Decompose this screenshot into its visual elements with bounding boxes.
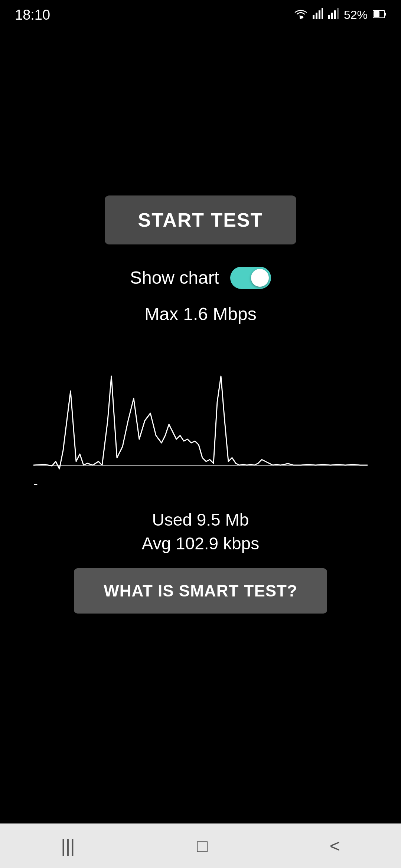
main-content: START TEST Show chart Max 1.6 Mbps - Use… — [0, 30, 401, 823]
svg-rect-2 — [316, 13, 317, 19]
wifi-icon — [294, 8, 307, 22]
svg-rect-8 — [337, 8, 339, 19]
show-chart-row: Show chart — [130, 267, 271, 289]
battery-percent: 52% — [344, 8, 368, 22]
svg-rect-11 — [374, 11, 379, 17]
menu-nav-icon[interactable]: ||| — [53, 828, 82, 864]
nav-bar: ||| □ < — [0, 823, 401, 868]
svg-rect-10 — [385, 13, 386, 16]
show-chart-label: Show chart — [130, 267, 219, 288]
speed-chart — [33, 346, 368, 502]
svg-rect-4 — [322, 8, 323, 19]
chart-area: - — [33, 346, 368, 502]
used-data: Used 9.5 Mb — [152, 510, 249, 530]
back-nav-icon[interactable]: < — [322, 828, 348, 864]
max-speed-label: Max 1.6 Mbps — [144, 304, 256, 324]
toggle-thumb — [251, 269, 269, 287]
signal-icon-2 — [328, 8, 339, 22]
svg-rect-6 — [331, 13, 333, 19]
start-test-button[interactable]: START TEST — [105, 195, 297, 244]
svg-rect-3 — [319, 10, 320, 19]
status-bar: 18:10 — [0, 0, 401, 30]
svg-rect-5 — [328, 15, 330, 19]
toggle-track — [230, 267, 271, 289]
show-chart-toggle[interactable] — [230, 267, 271, 289]
svg-point-0 — [300, 17, 302, 19]
status-time: 18:10 — [15, 7, 50, 23]
svg-rect-7 — [334, 10, 336, 19]
battery-icon — [373, 9, 386, 21]
stats-area: Used 9.5 Mb Avg 102.9 kbps — [142, 510, 259, 553]
chart-dash-label: - — [33, 476, 38, 491]
svg-rect-1 — [313, 15, 314, 19]
signal-icon-1 — [313, 8, 323, 22]
avg-speed: Avg 102.9 kbps — [142, 533, 259, 553]
what-is-smart-test-button[interactable]: WHAT IS SMART TEST? — [74, 568, 327, 614]
status-icons: 52% — [294, 8, 386, 22]
home-nav-icon[interactable]: □ — [189, 828, 215, 864]
